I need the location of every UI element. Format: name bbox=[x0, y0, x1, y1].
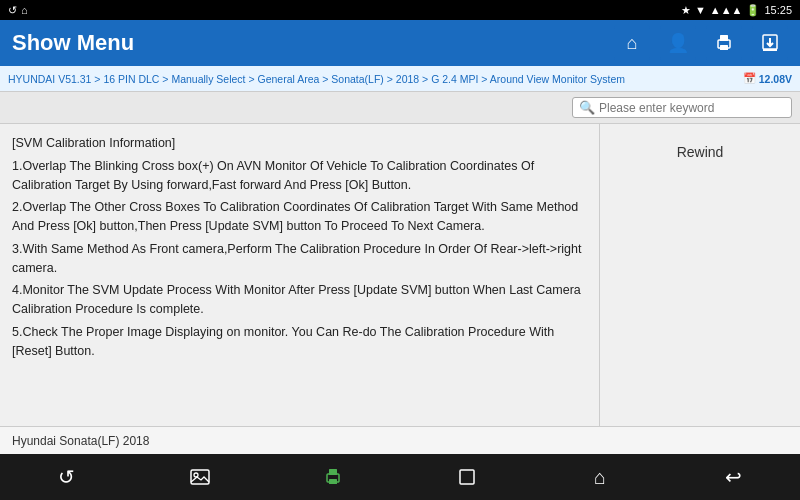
breadcrumb-version: 📅 12.08V bbox=[743, 72, 792, 85]
calendar-icon: 📅 bbox=[743, 72, 756, 85]
page-title: Show Menu bbox=[12, 30, 614, 56]
search-bar: 🔍 bbox=[0, 92, 800, 124]
breadcrumb-bar: HYUNDAI V51.31 > 16 PIN DLC > Manually S… bbox=[0, 66, 800, 92]
rewind-label: Rewind bbox=[677, 144, 724, 160]
step-2: 2.Overlap The Other Cross Boxes To Calib… bbox=[12, 198, 587, 236]
step-5: 5.Check The Proper Image Displaying on m… bbox=[12, 323, 587, 361]
print-button[interactable] bbox=[706, 25, 742, 61]
signal-icon: ▲▲▲ bbox=[710, 4, 743, 16]
nav-square-button[interactable] bbox=[442, 457, 492, 497]
search-input[interactable] bbox=[599, 101, 785, 115]
bluetooth-icon: ★ bbox=[681, 4, 691, 17]
header-bar: Show Menu ⌂ 👤 bbox=[0, 20, 800, 66]
footer-status-text: Hyundai Sonata(LF) 2018 bbox=[12, 434, 149, 448]
nav-image-button[interactable] bbox=[175, 457, 225, 497]
bottom-nav: ↺ ⌂ ↩ bbox=[0, 454, 800, 500]
wifi-icon: ▼ bbox=[695, 4, 706, 16]
status-bar: ↺ ⌂ ★ ▼ ▲▲▲ 🔋 15:25 bbox=[0, 0, 800, 20]
search-wrapper: 🔍 bbox=[572, 97, 792, 118]
step-3: 3.With Same Method As Front camera,Perfo… bbox=[12, 240, 587, 278]
svg-rect-9 bbox=[329, 469, 337, 475]
nav-printer-button[interactable] bbox=[308, 457, 358, 497]
nav-refresh-button[interactable]: ↺ bbox=[42, 457, 92, 497]
battery-icon: 🔋 bbox=[746, 4, 760, 17]
step-4: 4.Monitor The SVM Update Process With Mo… bbox=[12, 281, 587, 319]
nav-back-button[interactable]: ↩ bbox=[708, 457, 758, 497]
svg-rect-1 bbox=[720, 35, 728, 41]
svg-rect-10 bbox=[329, 479, 337, 484]
step-1: 1.Overlap The Blinking Cross box(+) On A… bbox=[12, 157, 587, 195]
home-button[interactable]: ⌂ bbox=[614, 25, 650, 61]
svg-point-7 bbox=[194, 473, 198, 477]
right-panel: Rewind bbox=[600, 124, 800, 426]
download-button[interactable] bbox=[752, 25, 788, 61]
svg-rect-6 bbox=[191, 470, 209, 484]
person-button[interactable]: 👤 bbox=[660, 25, 696, 61]
svg-rect-2 bbox=[720, 45, 728, 50]
status-bar-left: ↺ ⌂ bbox=[8, 4, 28, 17]
footer-status: Hyundai Sonata(LF) 2018 bbox=[0, 426, 800, 454]
svg-rect-11 bbox=[460, 470, 474, 484]
search-icon: 🔍 bbox=[579, 100, 595, 115]
back-arrow-icon: ↺ bbox=[8, 4, 17, 17]
main-content: [SVM Calibration Information] 1.Overlap … bbox=[0, 124, 800, 426]
breadcrumb-text: HYUNDAI V51.31 > 16 PIN DLC > Manually S… bbox=[8, 73, 739, 85]
nav-home-button[interactable]: ⌂ bbox=[575, 457, 625, 497]
header-icons: ⌂ 👤 bbox=[614, 25, 788, 61]
left-panel: [SVM Calibration Information] 1.Overlap … bbox=[0, 124, 600, 426]
version-number: 12.08V bbox=[759, 73, 792, 85]
calibration-title: [SVM Calibration Information] bbox=[12, 134, 587, 153]
status-bar-right: ★ ▼ ▲▲▲ 🔋 15:25 bbox=[681, 4, 792, 17]
status-icon-2: ⌂ bbox=[21, 4, 28, 16]
time-display: 15:25 bbox=[764, 4, 792, 16]
